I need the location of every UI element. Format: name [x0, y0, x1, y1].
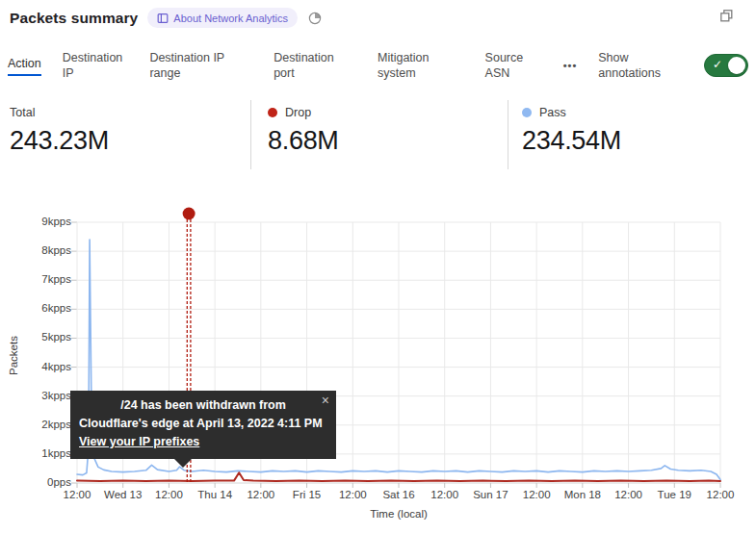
stat-total: Total 243.23M: [10, 104, 109, 156]
panel-header: Packets summary About Network Analytics: [10, 8, 323, 28]
stat-drop: Drop 8.68M: [268, 104, 339, 156]
stat-divider: [250, 100, 251, 169]
stat-total-value: 243.23M: [10, 126, 109, 156]
stat-pass: Pass 234.54M: [522, 104, 621, 156]
annotation-tooltip: × /24 has been withdrawn from Cloudflare…: [70, 391, 336, 459]
dimension-tabs: Action Destination IP Destination IP ran…: [8, 42, 748, 89]
popout-icon[interactable]: [719, 9, 734, 23]
x-axis-title: Time (local): [77, 508, 720, 520]
stat-divider: [508, 100, 508, 169]
stat-pass-value: 234.54M: [522, 126, 621, 156]
tooltip-pointer: [174, 459, 192, 468]
time-range-icon[interactable]: [307, 11, 323, 26]
show-annotations-label: Show annotations: [598, 50, 683, 81]
page-title: Packets summary: [10, 10, 138, 27]
toggle-knob: [728, 57, 745, 74]
stat-drop-label: Drop: [285, 104, 311, 121]
tab-destination-port[interactable]: Destination port: [274, 50, 356, 81]
tab-destination-ip-range[interactable]: Destination IP range: [149, 50, 252, 81]
tab-mitigation-system[interactable]: Mitigation system: [378, 50, 464, 81]
stat-pass-label: Pass: [539, 104, 566, 121]
view-ip-prefixes-link[interactable]: View your IP prefixes: [79, 435, 199, 448]
about-network-analytics-badge[interactable]: About Network Analytics: [147, 8, 298, 28]
tab-source-asn[interactable]: Source ASN: [485, 50, 542, 81]
stat-drop-value: 8.68M: [268, 126, 339, 156]
about-badge-label: About Network Analytics: [173, 13, 288, 24]
show-annotations-toggle[interactable]: ✓: [704, 54, 748, 77]
pass-legend-dot: [522, 108, 532, 117]
check-icon: ✓: [713, 58, 722, 71]
tooltip-line-2: Cloudflare's edge at April 13, 2022 4:11…: [79, 415, 327, 433]
book-icon: [157, 13, 169, 24]
tab-action[interactable]: Action: [8, 56, 41, 76]
more-tabs-icon[interactable]: •••: [563, 60, 578, 71]
packets-summary-panel: 0pps1kpps2kpps3kpps4kpps5kpps6kpps7kpps8…: [0, 0, 756, 534]
tab-destination-ip[interactable]: Destination IP: [63, 50, 129, 81]
close-icon[interactable]: ×: [322, 393, 329, 408]
y-axis-title: Packets: [8, 336, 19, 375]
tooltip-line-1: /24 has been withdrawn from: [79, 396, 327, 415]
drop-legend-dot: [268, 108, 277, 117]
stat-total-label: Total: [10, 104, 35, 121]
annotation-marker-dot[interactable]: [183, 208, 196, 220]
